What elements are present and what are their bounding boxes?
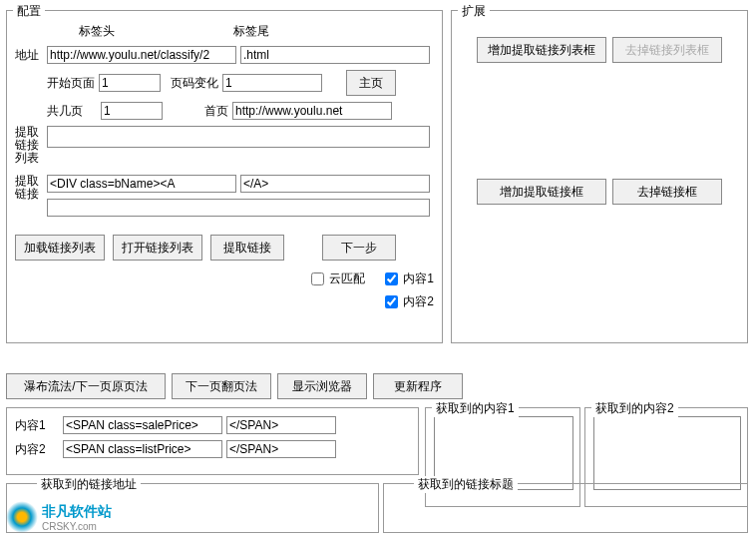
remove-link-button[interactable]: 去掉链接框: [612, 179, 722, 205]
load-list-button[interactable]: 加载链接列表: [15, 235, 105, 261]
home-button[interactable]: 主页: [346, 70, 396, 96]
content-fieldset: 内容1 内容2: [6, 407, 419, 475]
extract-link-button[interactable]: 提取链接: [210, 235, 284, 261]
first-page-url-input[interactable]: [232, 102, 392, 120]
watermark-sub: CRSKY.com: [42, 521, 112, 532]
extract-list-input[interactable]: [47, 126, 430, 148]
total-pages-input[interactable]: [101, 102, 163, 120]
link-title-fieldset: 获取到的链接标题: [383, 483, 748, 533]
cloud-match-checkbox-label[interactable]: 云匹配: [311, 270, 365, 287]
show-browser-button[interactable]: 显示浏览器: [277, 373, 367, 399]
watermark: 非凡软件站 CRSKY.com: [6, 501, 112, 533]
address-head-input[interactable]: [47, 46, 236, 64]
total-pages-label: 共几页: [47, 103, 83, 120]
content1-checkbox[interactable]: [385, 272, 398, 285]
result-content1-title: 获取到的内容1: [432, 400, 519, 417]
mid-button-row: 瀑布流法/下一页原页法 下一页翻页法 显示浏览器 更新程序: [6, 373, 463, 399]
result-content2-area[interactable]: [593, 416, 741, 490]
link-address-title: 获取到的链接地址: [37, 476, 141, 493]
link-head-input[interactable]: [47, 175, 236, 193]
content1-head-input[interactable]: [63, 416, 222, 434]
link-title-title: 获取到的链接标题: [414, 476, 518, 493]
address-label: 地址: [15, 47, 43, 64]
first-page-label: 首页: [204, 103, 228, 120]
extension-fieldset: 扩展 增加提取链接列表框 去掉链接列表框 增加提取链接框 去掉链接框: [451, 10, 748, 343]
watermark-icon: [6, 501, 38, 533]
add-link-list-button[interactable]: 增加提取链接列表框: [477, 37, 606, 63]
link-tail-input[interactable]: [240, 175, 430, 193]
link-extra-input[interactable]: [47, 199, 430, 217]
extract-list-label: 提取 链接 列表: [15, 126, 43, 165]
content1-tail-input[interactable]: [226, 416, 336, 434]
content1-label: 内容1: [15, 417, 59, 434]
content2-head-input[interactable]: [63, 440, 222, 458]
content2-tail-input[interactable]: [226, 440, 336, 458]
extract-link-label: 提取 链接: [15, 175, 43, 201]
waterfall-button[interactable]: 瀑布流法/下一页原页法: [6, 373, 166, 399]
start-page-label: 开始页面: [47, 75, 95, 92]
page-change-input[interactable]: [222, 74, 322, 92]
content2-checkbox-label[interactable]: 内容2: [385, 293, 434, 310]
tag-head-label: 标签头: [49, 23, 144, 40]
open-list-button[interactable]: 打开链接列表: [113, 235, 202, 261]
tag-tail-label: 标签尾: [221, 23, 281, 40]
extension-title: 扩展: [458, 3, 490, 20]
config-fieldset: 配置 标签头 标签尾 地址 开始页面 页码变化 主页 共几页 首页 提取 链接 …: [6, 10, 443, 343]
remove-link-list-button[interactable]: 去掉链接列表框: [612, 37, 722, 63]
add-link-button[interactable]: 增加提取链接框: [477, 179, 606, 205]
page-change-label: 页码变化: [171, 75, 218, 92]
cloud-match-checkbox[interactable]: [311, 272, 324, 285]
content1-checkbox-label[interactable]: 内容1: [385, 270, 434, 287]
result-content2-title: 获取到的内容2: [591, 400, 678, 417]
update-button[interactable]: 更新程序: [373, 373, 463, 399]
nextpage-button[interactable]: 下一页翻页法: [172, 373, 271, 399]
config-title: 配置: [13, 3, 45, 20]
content2-checkbox[interactable]: [385, 295, 398, 308]
start-page-input[interactable]: [99, 74, 161, 92]
address-tail-input[interactable]: [240, 46, 430, 64]
next-step-button[interactable]: 下一步: [322, 235, 396, 261]
content2-label: 内容2: [15, 441, 59, 458]
watermark-name: 非凡软件站: [42, 503, 112, 521]
